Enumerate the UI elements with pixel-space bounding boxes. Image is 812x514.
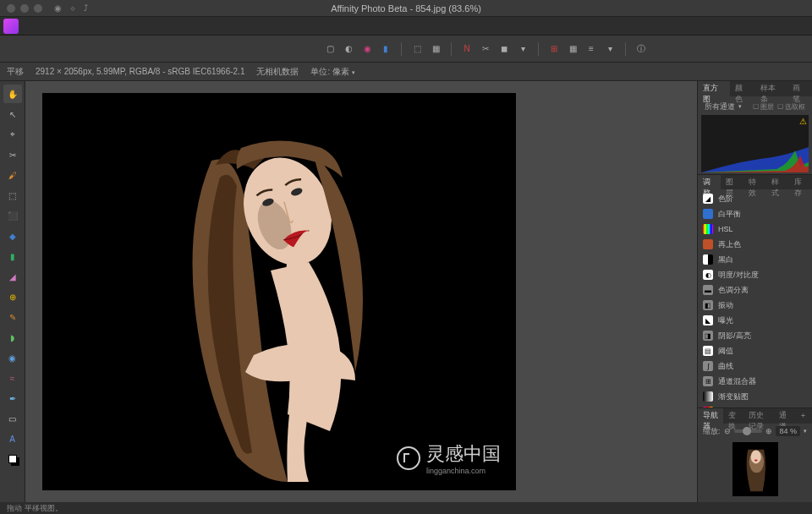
adjustment-item[interactable]: 白平衡 [698,206,812,221]
tool-name-label: 平移 [7,66,24,78]
adjustment-item[interactable]: HSL [698,221,812,237]
adjustment-icon: ◐ [703,270,713,280]
share-icon[interactable]: ⤴ [84,3,88,13]
tools-panel: ✋ ↖ ⌖ ✂ 🖌 ⬚ ⬛ ◆ ▮ ◢ ⊕ ✎ ◗ ◉ ≈ ✒ ▭ A [0,81,25,502]
titlebar: ◉ ⟐ ⤴ Affinity Photo Beta - 854.jpg (83.… [0,0,812,17]
selection-tool[interactable]: ⬚ [3,186,22,205]
flood-select-tool[interactable]: ⬛ [3,206,22,225]
zoom-value[interactable]: 84 % [776,426,800,436]
tab-history[interactable]: 历史记录 [743,408,774,424]
adjustment-item[interactable]: ◨阴影/高亮 [698,328,812,343]
selection-add-icon[interactable]: ▦ [427,41,444,57]
adjustment-item[interactable]: ◣曝光 [698,313,812,328]
adjustment-item[interactable]: ▤阈值 [698,343,812,358]
grid-icon[interactable]: ▦ [564,41,581,57]
status-text: 拖动 平移视图。 [7,504,63,512]
color-icon[interactable]: ◉ [359,41,376,57]
close-window-button[interactable] [7,4,15,13]
marquee-checkbox[interactable]: ☐ 选取框 [777,102,805,112]
adjustment-item[interactable]: 黑白 [698,252,812,267]
adjustment-label: 渐变贴图 [718,391,749,402]
tab-layers[interactable]: 图层 [721,175,743,189]
adjustments-list: ◢色阶白平衡HSL再上色黑白◐明度/对比度▬色调分离◧振动◣曝光◨阴影/高亮▤阈… [698,189,812,407]
brush-tool[interactable]: 🖌 [3,166,22,184]
adjustment-item[interactable]: 再上色 [698,237,812,252]
assistant-icon[interactable]: ⓘ [633,41,650,57]
chevron-down-icon[interactable]: ▾ [514,41,531,57]
quick-mask-icon[interactable]: N [458,41,475,57]
clone-tool[interactable]: ⊕ [3,287,22,306]
crop-tool[interactable]: ✂ [3,145,22,164]
fill-tool[interactable]: ◆ [3,227,22,245]
zoom-in-icon[interactable]: ⊕ [765,427,772,435]
snap-icon[interactable]: ⊞ [546,41,562,57]
selection-mode-icon[interactable]: ⬚ [409,41,425,57]
adjustment-icon [703,239,713,249]
healing-tool[interactable]: ✎ [3,308,22,326]
shape-tool[interactable]: ▭ [3,409,22,428]
canvas-area[interactable]: 灵感中国 lingganchina.com [25,81,697,502]
link-icon[interactable]: ⟐ [70,3,75,13]
color-swatch[interactable] [3,450,22,468]
zoom-window-button[interactable] [34,4,42,13]
refine-icon[interactable]: ✂ [477,41,494,57]
adjustment-item[interactable]: 渐变贴图 [698,389,812,404]
navigator-panel: 导航器 变换 历史记录 通道 ＋ 缩放: ⊖ ⊕ 84 % ▾ [698,407,812,502]
align-icon[interactable]: ≡ [583,41,600,57]
zoom-label: 缩放: [703,426,721,437]
unit-select[interactable]: 像素 [332,67,349,76]
minimize-window-button[interactable] [20,4,29,13]
adjust-tabs: 调整 图层 特效 样式 库存 [698,174,812,189]
blur-tool[interactable]: ◉ [3,348,22,367]
dodge-tool[interactable]: ◗ [3,328,22,347]
watermark-logo-icon [396,446,421,471]
tab-effects[interactable]: 特效 [743,175,766,189]
pen-tool[interactable]: ✒ [3,389,22,407]
tab-styles[interactable]: 样式 [766,175,789,189]
chevron-down-icon[interactable]: ▾ [352,69,355,75]
mask-icon[interactable]: ◼ [496,41,513,57]
adjustment-item[interactable]: ∫曲线 [698,358,812,374]
tab-channels[interactable]: 通道 [774,408,794,424]
adjustment-icon: ◣ [703,315,713,325]
levels-icon[interactable]: ▮ [377,41,394,57]
contrast-icon[interactable]: ◐ [340,41,357,57]
adjustment-item[interactable]: ▬色调分离 [698,282,812,298]
tab-swatches[interactable]: 样本条 [755,81,787,96]
navigator-preview[interactable] [698,439,812,500]
app-logo[interactable] [3,19,19,34]
tab-brushes[interactable]: 画笔 [787,81,812,96]
tab-stock[interactable]: 库存 [789,175,812,189]
crop-icon[interactable]: ▢ [321,41,338,57]
tab-histogram[interactable]: 直方图 [698,81,730,96]
adjustment-label: HSL [718,225,733,233]
adjustment-label: 色阶 [718,194,733,205]
chevron-down-icon[interactable]: ▾ [738,103,742,110]
move-tool[interactable]: ↖ [3,105,22,123]
eraser-tool[interactable]: ◢ [3,267,22,286]
channel-select[interactable]: 所有通道 [705,101,735,112]
color-picker-tool[interactable]: ⌖ [3,125,22,144]
add-panel-icon[interactable]: ＋ [794,408,812,424]
liquify-tool[interactable]: ≈ [3,369,22,387]
adjustment-item[interactable]: ⊞通道混合器 [698,374,812,389]
arrange-icon[interactable]: ▾ [601,41,618,57]
zoom-out-icon[interactable]: ⊖ [724,427,731,435]
tab-color[interactable]: 颜色 [730,81,754,96]
tab-adjustments[interactable]: 调整 [698,175,721,189]
adjustment-item[interactable]: ◢色阶 [698,191,812,206]
pan-tool[interactable]: ✋ [3,85,22,103]
zoom-slider[interactable] [734,429,763,433]
persona-icon[interactable]: ◉ [54,3,62,13]
gradient-tool[interactable]: ▮ [3,247,22,265]
warning-icon: ⚠ [799,117,807,126]
tab-navigator[interactable]: 导航器 [698,408,723,424]
zoom-menu-icon[interactable]: ▾ [804,428,807,435]
adjustment-item[interactable]: ◐明度/对比度 [698,267,812,282]
text-tool[interactable]: A [3,429,22,448]
title-toolbar-icons: ◉ ⟐ ⤴ [54,3,88,13]
adjustment-item[interactable]: ◧振动 [698,298,812,313]
layer-checkbox[interactable]: ☐ 图层 [753,102,774,112]
adjustment-label: 曲线 [718,361,733,372]
tab-transform[interactable]: 变换 [723,408,743,424]
